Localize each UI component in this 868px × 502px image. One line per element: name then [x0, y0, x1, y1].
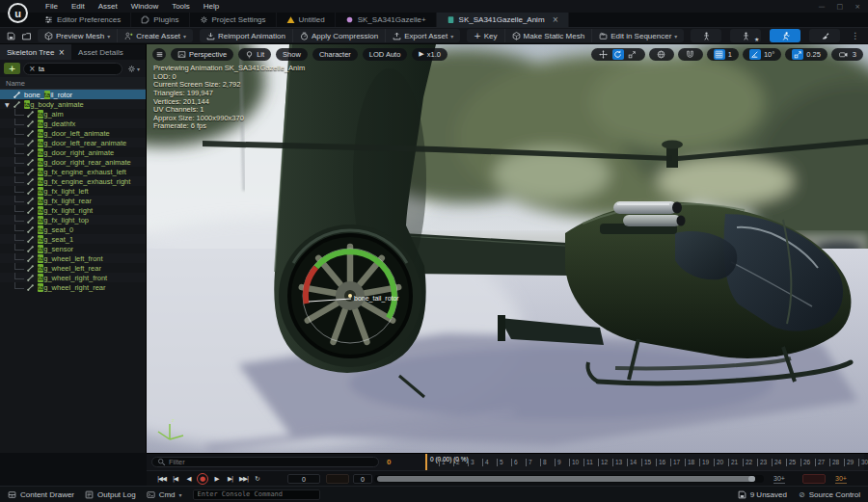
loop-button[interactable]: ↻ — [252, 473, 262, 486]
physics-mode-button[interactable] — [809, 29, 840, 42]
tab-plugins[interactable]: Plugins — [131, 13, 189, 27]
maximize-icon[interactable]: □ — [837, 3, 844, 11]
to-end-button[interactable]: ▶▶| — [238, 473, 249, 486]
secondary-field[interactable] — [326, 474, 349, 484]
skeleton-tree-item[interactable]: tag_door_right_animate — [0, 147, 146, 157]
output-log-button[interactable]: Output Log — [85, 490, 136, 499]
menu-asset[interactable]: Asset — [92, 2, 124, 11]
skeleton-tree-item[interactable]: tag_fx_light_top — [0, 215, 146, 225]
sequence-end[interactable]: 30+ — [835, 475, 847, 484]
menu-help[interactable]: Help — [197, 2, 226, 11]
view-range-end[interactable]: 30+ — [773, 475, 785, 484]
play-reverse-button[interactable]: ◀ — [183, 473, 194, 486]
menu-file[interactable]: File — [39, 2, 65, 11]
skeleton-tree-item[interactable]: ▼tag_body_animate — [0, 99, 146, 109]
skeleton-tree-item[interactable]: tag_fx_engine_exhaust_left — [0, 167, 146, 176]
animation-mode-button[interactable] — [770, 29, 800, 42]
rotation-snap-control[interactable]: 10° — [743, 48, 781, 61]
close-tab-icon[interactable]: × — [553, 15, 559, 24]
timeline-ruler[interactable]: 0 (0.00) (0 %) 1234567891011121314151617… — [425, 454, 864, 470]
panel-tab-skeleton-tree[interactable]: Skeleton Tree× — [0, 44, 71, 60]
tab-sk-sa341gazelle[interactable]: SK_SA341Gazelle+ — [336, 13, 437, 27]
add-socket-button[interactable]: + — [4, 63, 20, 74]
tab-editor-preferences[interactable]: Editor Preferences — [35, 13, 131, 27]
skeleton-tree-item[interactable]: tag_deathfx — [0, 119, 146, 128]
skeleton-tree-item[interactable]: tag_door_left_rear_animate — [0, 138, 146, 147]
grid-snap-control[interactable]: 1 — [707, 48, 739, 61]
reimport-animation-button[interactable]: Reimport Animation — [200, 29, 292, 42]
record-button[interactable]: ● — [197, 473, 208, 485]
viewport-lit-menu[interactable]: Lit — [238, 48, 271, 61]
panel-tab-asset-details[interactable]: Asset Details — [71, 44, 130, 60]
range-start-field[interactable]: 0 — [353, 474, 372, 484]
rotate-tool[interactable] — [612, 49, 624, 60]
browse-to-asset-button[interactable] — [22, 29, 31, 42]
viewport-perspective-menu[interactable]: Perspective — [171, 48, 233, 61]
menu-edit[interactable]: Edit — [65, 2, 92, 11]
skeleton-tree-item[interactable]: tag_wheel_right_front — [0, 273, 146, 282]
create-asset-button[interactable]: Create Asset▾ — [117, 29, 193, 42]
skeleton-tree-item[interactable]: bone_tail_rotor — [0, 90, 146, 99]
edit-in-sequencer-button[interactable]: Edit in Sequencer▾ — [591, 29, 684, 42]
source-control-button[interactable]: ⊘ Source Control — [799, 490, 860, 499]
skeleton-tree-item[interactable]: tag_wheel_left_rear — [0, 263, 146, 273]
move-tool[interactable] — [598, 49, 610, 60]
skeleton-tree-item[interactable]: tag_fx_light_right — [0, 205, 146, 215]
tab-untitled[interactable]: Untitled — [277, 13, 336, 27]
preview-mesh-button[interactable]: Preview Mesh▾ — [38, 29, 117, 42]
skeleton-mode-button[interactable] — [691, 29, 721, 42]
close-window-icon[interactable]: × — [854, 3, 860, 11]
export-asset-button[interactable]: Export Asset▾ — [385, 29, 460, 42]
tab-sk-sa341gazelle-anim[interactable]: SK_SA341Gazelle_Anim× — [437, 13, 570, 27]
mesh-mode-button[interactable]: ★ — [730, 29, 761, 42]
unsaved-assets-button[interactable]: 9 Unsaved — [738, 490, 787, 499]
rotation-snap-value[interactable]: 10° — [764, 50, 774, 59]
viewport-show-menu[interactable]: Show — [276, 48, 308, 61]
tree-settings-button[interactable]: ▾ — [125, 65, 142, 73]
content-drawer-button[interactable]: Content Drawer — [8, 490, 74, 499]
skeleton-tree-item[interactable]: tag_wheel_right_rear — [0, 282, 146, 292]
console-command-input[interactable] — [193, 489, 320, 500]
step-forward-button[interactable]: ▶| — [225, 473, 235, 486]
timeline-filter-input[interactable] — [169, 458, 373, 466]
scale-snap-control[interactable]: 0.25 — [785, 48, 827, 61]
timeline-filter-box[interactable] — [151, 457, 379, 467]
playhead[interactable] — [425, 454, 427, 470]
skeleton-tree-item[interactable]: tag_fx_light_left — [0, 186, 146, 196]
camera-speed-control[interactable]: 3 — [831, 48, 863, 61]
skeleton-tree-item[interactable]: tag_fx_light_rear — [0, 196, 146, 205]
viewport-character-menu[interactable]: Character — [312, 48, 358, 61]
to-front-button[interactable]: |◀◀ — [156, 473, 167, 486]
tab-project-settings[interactable]: Project Settings — [190, 13, 277, 27]
more-options-icon[interactable]: ⋮ — [849, 31, 861, 40]
scale-snap-value[interactable]: 0.25 — [806, 50, 821, 59]
surface-snap-toggle[interactable] — [678, 48, 703, 61]
minimize-icon[interactable]: — — [819, 3, 826, 11]
grid-snap-value[interactable]: 1 — [728, 50, 732, 59]
make-static-mesh-button[interactable]: Make Static Mesh — [504, 29, 592, 42]
unreal-logo[interactable]: u — [8, 3, 28, 23]
viewport-lod-auto-menu[interactable]: LOD Auto — [363, 48, 408, 61]
skeleton-tree-item[interactable]: tag_door_left_animate — [0, 128, 146, 138]
skeleton-tree-item[interactable]: tag_seat_0 — [0, 225, 146, 234]
skeleton-tree-item[interactable]: tag_wheel_left_front — [0, 253, 146, 263]
skeleton-tree-item[interactable]: tag_aim — [0, 109, 146, 119]
key-button[interactable]: +Key — [467, 29, 503, 42]
menu-tools[interactable]: Tools — [165, 2, 197, 11]
skeleton-tree-item[interactable]: tag_seat_1 — [0, 234, 146, 244]
skeleton-tree-item[interactable]: tag_fx_engine_exhaust_right — [0, 176, 146, 186]
save-button[interactable] — [7, 29, 15, 42]
cmd-dropdown[interactable]: Cmd ▾ — [147, 490, 182, 499]
expander-icon[interactable]: ▼ — [5, 101, 13, 108]
viewport-menu-button[interactable] — [152, 48, 166, 61]
step-back-button[interactable]: |◀ — [170, 473, 180, 486]
playback-speed-button[interactable]: ▶x1.0 — [412, 48, 448, 61]
current-frame-field[interactable]: 0 — [287, 474, 320, 484]
play-button[interactable]: ▶ — [211, 473, 222, 486]
apply-compression-button[interactable]: Apply Compression — [292, 29, 385, 42]
clear-search-icon[interactable]: × — [29, 65, 36, 73]
record-range-field[interactable] — [802, 474, 826, 484]
coordinate-space-toggle[interactable] — [649, 48, 674, 61]
camera-speed-value[interactable]: 3 — [853, 50, 856, 59]
timeline-scrollbar[interactable] — [374, 475, 764, 483]
